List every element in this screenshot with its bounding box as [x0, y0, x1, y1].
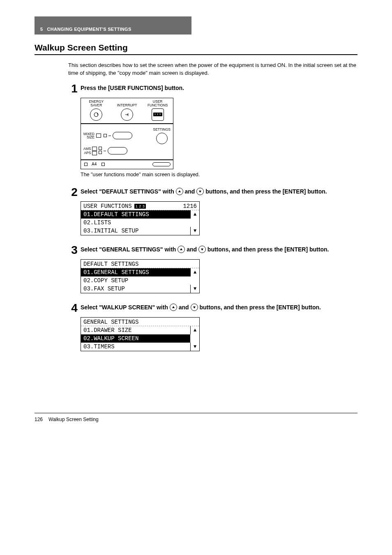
ams-icon — [92, 147, 97, 151]
chapter-number: 5 — [40, 27, 43, 32]
aps-icon — [92, 151, 97, 155]
badge-123-icon: 1 2 3 — [134, 204, 146, 209]
step-4: 4 Select "WALKUP SCREEN" with and button… — [68, 302, 357, 314]
interrupt-label: INTERRUPT — [113, 104, 142, 107]
settings-button: SETTINGS — [153, 127, 171, 144]
user-functions-button: USER FUNCTIONS 1 2 3 — [142, 98, 173, 123]
step-2-title: Select "DEFAULT SETTINGS" with and butto… — [81, 188, 357, 196]
scroll-down-icon: ▼ — [190, 227, 199, 235]
svg-marker-2 — [199, 191, 201, 193]
scroll-down-icon: ▼ — [190, 285, 199, 293]
lcd-2-number: 1216 — [183, 203, 197, 210]
lcd-3-title: DEFAULT SETTINGS — [83, 261, 138, 267]
step-4-text-2: and — [179, 304, 191, 311]
down-arrow-icon — [198, 246, 206, 253]
indicator-icon-2 — [99, 147, 102, 150]
step-number: 4 — [68, 302, 81, 314]
paper-slot-icon — [152, 162, 171, 166]
lcd-3-row-1: 01.GENERAL SETTINGS — [81, 268, 190, 276]
svg-marker-3 — [180, 248, 182, 250]
badge-123: 1 2 3 — [153, 113, 162, 116]
step-number: 2 — [68, 187, 81, 198]
step-2: 2 Select "DEFAULT SETTINGS" with and but… — [68, 187, 357, 198]
lcd-screen-2: USER FUNCTIONS 1 2 3 1216 01.DEFAULT SET… — [81, 201, 200, 235]
pill-button-1 — [113, 132, 132, 139]
indicator-icon — [104, 134, 107, 137]
scroll-up-icon: ▲ — [190, 326, 199, 334]
indicator-icon-5 — [101, 163, 105, 166]
scroll-down-icon: ▼ — [190, 343, 199, 351]
lcd-3-row-3: 03.FAX SETUP — [81, 285, 190, 293]
step-2-text-2: and — [185, 188, 197, 195]
step-3: 3 Select "GENERAL SETTINGS" with and but… — [68, 244, 357, 256]
interrupt-button: INTERRUPT — [112, 98, 143, 123]
step-2-text-3: buttons, and then press the [ENTER] butt… — [205, 188, 327, 195]
svg-point-0 — [95, 113, 99, 117]
lcd-2-row-3: 03.INITIAL SETUP — [81, 227, 190, 235]
indicator-icon-4 — [84, 163, 88, 166]
mixed-size-icon — [96, 134, 101, 138]
page-number: 126 — [35, 417, 43, 422]
step-4-text-1: Select "WALKUP SCREEN" with — [81, 304, 170, 311]
lcd-4-row-1: 01.DRAWER SIZE — [81, 326, 190, 334]
lcd-4-title: GENERAL SETTINGS — [83, 319, 138, 325]
scroll-spacer — [190, 276, 199, 285]
lcd-4-row-3: 03.TIMERS — [81, 343, 190, 351]
step-3-text-1: Select "GENERAL SETTINGS" with — [81, 246, 178, 253]
lcd-2-title: USER FUNCTIONS — [83, 203, 132, 210]
aps-label: APS — [84, 151, 91, 155]
svg-marker-4 — [201, 249, 203, 251]
svg-marker-1 — [178, 190, 181, 192]
energy-saver-icon — [90, 108, 102, 121]
lcd-screen-3: DEFAULT SETTINGS 01.GENERAL SETTINGS ▲ 0… — [81, 259, 200, 293]
intro-text: This section describes how to set the sc… — [68, 62, 357, 77]
indicator-icon-3 — [99, 151, 102, 154]
user-func-label-2: FUNCTIONS — [143, 104, 172, 107]
lcd-2-row-1: 01.DEFAULT SETTINGS — [81, 210, 190, 219]
step-2-text-1: Select "DEFAULT SETTINGS" with — [81, 188, 176, 195]
step-1-title: Press the [USER FUNCTIONS] button. — [81, 84, 357, 92]
svg-marker-6 — [193, 306, 196, 309]
step-1-caption: The "user functions mode" main screen is… — [81, 172, 357, 177]
scroll-up-icon: ▲ — [190, 210, 199, 219]
chapter-header: 5 CHANGING EQUIPMENT'S SETTINGS — [35, 16, 191, 35]
page-footer: 126 Walkup Screen Setting — [35, 413, 357, 435]
step-3-title: Select "GENERAL SETTINGS" with and butto… — [81, 246, 357, 254]
energy-saver-button: ENERGY SAVER — [81, 98, 112, 123]
step-3-text-2: and — [187, 246, 198, 253]
down-arrow-icon — [196, 188, 204, 195]
section-title: Walkup Screen Setting — [35, 43, 357, 55]
energy-label-2: SAVER — [82, 104, 111, 107]
lcd-4-row-2: 02.WALKUP SCREEN — [81, 334, 190, 343]
user-functions-icon: 1 2 3 — [152, 108, 164, 121]
settings-icon — [156, 133, 168, 144]
mixed-label-2: SIZE — [83, 136, 95, 139]
down-arrow-icon — [191, 304, 198, 311]
hardware-panel-illustration: ENERGY SAVER INTERRUPT U — [81, 98, 357, 169]
interrupt-icon — [121, 108, 133, 121]
pill-button-2 — [108, 147, 127, 154]
lcd-screen-4: GENERAL SETTINGS 01.DRAWER SIZE ▲ 02.WAL… — [81, 317, 200, 351]
chapter-title: CHANGING EQUIPMENT'S SETTINGS — [47, 27, 131, 32]
step-4-title: Select "WALKUP SCREEN" with and buttons,… — [81, 304, 357, 312]
svg-marker-5 — [172, 306, 175, 308]
scroll-up-icon: ▲ — [190, 268, 199, 276]
up-arrow-icon — [178, 246, 185, 253]
up-arrow-icon — [176, 188, 183, 195]
step-number: 1 — [68, 83, 81, 94]
step-3-text-3: buttons, and then press the [ENTER] butt… — [208, 246, 329, 253]
scroll-spacer — [190, 219, 199, 227]
lcd-2-row-2: 02.LISTS — [81, 219, 190, 227]
scroll-spacer — [190, 334, 199, 343]
step-1: 1 Press the [USER FUNCTIONS] button. — [68, 83, 357, 94]
step-number: 3 — [68, 244, 81, 256]
ams-label: AMS — [83, 147, 91, 151]
footer-label: Walkup Screen Setting — [48, 417, 99, 422]
settings-label: SETTINGS — [153, 127, 171, 131]
lcd-3-row-2: 02.COPY SETUP — [81, 276, 190, 285]
up-arrow-icon — [170, 304, 177, 311]
step-4-text-3: buttons, and then press the [ENTER] butt… — [199, 304, 321, 311]
a4-label: A4 — [92, 162, 97, 166]
